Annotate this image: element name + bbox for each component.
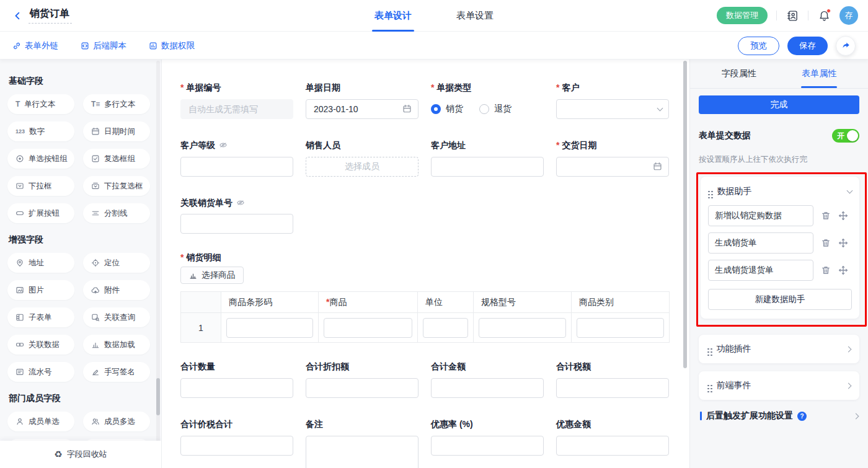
field-total-discount[interactable]: 合计折扣额 — [306, 361, 418, 398]
assistant-item[interactable]: 生成销货退货单 — [708, 260, 813, 281]
external-link-action[interactable]: 表单外链 — [12, 40, 58, 51]
sidebar-item-radio-group[interactable]: 单选按钮组 — [7, 149, 74, 169]
total-tax-input[interactable] — [563, 382, 662, 394]
discount-amount-input[interactable] — [563, 440, 662, 451]
sidebar-item-single-line-text[interactable]: T单行文本 — [7, 94, 74, 114]
assistant-item[interactable]: 新增以销定购数据 — [708, 205, 813, 226]
sidebar-item-image[interactable]: 图片 — [7, 280, 74, 300]
tab-form-properties[interactable]: 表单属性 — [779, 60, 860, 88]
sidebar-item-lookup[interactable]: 关联查询 — [83, 307, 150, 327]
move-icon[interactable] — [838, 265, 848, 275]
trash-icon[interactable] — [821, 238, 831, 248]
frontend-event-card[interactable]: 前端事件 — [699, 371, 859, 400]
spec-cell-input[interactable] — [479, 318, 566, 338]
form-title[interactable]: 销货订单 — [29, 7, 72, 24]
sidebar-item-attachment[interactable]: 附件 — [83, 280, 150, 300]
data-permission-action[interactable]: 数据权限 — [149, 40, 195, 51]
contact-book-icon[interactable] — [786, 9, 799, 22]
field-order-no[interactable]: *单据编号 — [180, 82, 293, 119]
help-icon[interactable]: ? — [797, 412, 807, 421]
drag-handle-icon[interactable] — [707, 385, 709, 387]
back-button[interactable] — [10, 8, 25, 23]
delivery-date-input[interactable] — [563, 161, 653, 172]
field-customer[interactable]: *客户 — [556, 82, 669, 119]
customer-level-input[interactable] — [187, 161, 286, 172]
sidebar-item-signature[interactable]: 手写签名 — [83, 362, 150, 382]
field-customer-address[interactable]: 客户地址 — [431, 140, 544, 177]
field-total-amount[interactable]: 合计金额 — [431, 361, 544, 398]
total-discount-input[interactable] — [312, 382, 412, 394]
field-total-tax[interactable]: 合计税额 — [556, 361, 669, 398]
field-remark[interactable]: 备注 — [306, 419, 418, 468]
sidebar-item-subform[interactable]: 子表单 — [7, 307, 74, 327]
remark-textarea[interactable] — [306, 436, 418, 468]
drag-handle-icon[interactable] — [708, 191, 710, 193]
sidebar-item-checkbox-group[interactable]: 复选框组 — [83, 149, 150, 169]
sidebar-item-dropdown[interactable]: 下拉框 — [7, 176, 74, 196]
sidebar-item-data-load[interactable]: 数据加载 — [83, 335, 150, 355]
tab-field-properties[interactable]: 字段属性 — [699, 60, 779, 88]
post-trigger-settings[interactable]: 后置触发扩展功能设置 ? — [699, 410, 859, 422]
sidebar-item-serial-number[interactable]: 流水号 — [7, 362, 74, 382]
canvas-scrollbar-thumb[interactable] — [683, 61, 687, 368]
unit-cell-input[interactable] — [423, 318, 468, 338]
notification-bell-icon[interactable] — [817, 9, 831, 22]
trash-icon[interactable] — [821, 265, 831, 275]
field-discount-amount[interactable]: 优惠金额 — [556, 419, 669, 468]
radio-option-sale[interactable]: 销货 — [431, 104, 463, 115]
field-recycle-bin[interactable]: ♻ 字段回收站 — [0, 441, 161, 468]
save-button[interactable]: 保存 — [787, 37, 828, 55]
chevron-down-icon[interactable] — [847, 188, 853, 194]
assistant-item[interactable]: 生成销货单 — [708, 232, 813, 254]
sidebar-item-member-single[interactable]: 成员单选 — [7, 412, 74, 431]
sidebar-item-locate[interactable]: 定位 — [83, 253, 150, 273]
select-product-button[interactable]: 选择商品 — [180, 267, 244, 284]
sidebar-item-divider-line[interactable]: 分割线 — [83, 203, 150, 223]
field-customer-level[interactable]: 客户等级 — [180, 140, 293, 177]
radio-option-return[interactable]: 退货 — [479, 104, 512, 115]
sidebar-item-number[interactable]: 123数字 — [7, 121, 74, 141]
field-discount-rate[interactable]: 优惠率 (%) — [431, 419, 544, 468]
barcode-cell-input[interactable] — [226, 318, 313, 338]
sidebar-item-multi-dropdown[interactable]: 下拉复选框 — [83, 176, 150, 196]
discount-rate-input[interactable] — [438, 440, 537, 451]
customer-address-input[interactable] — [438, 161, 537, 172]
total-qty-input[interactable] — [187, 382, 286, 394]
user-avatar[interactable]: 存 — [839, 6, 858, 25]
preview-button[interactable]: 预览 — [738, 37, 779, 55]
member-picker[interactable]: 选择成员 — [306, 157, 418, 177]
sidebar-item-member-multi[interactable]: 成员多选 — [83, 412, 150, 431]
tab-form-settings[interactable]: 表单设置 — [456, 0, 494, 32]
trash-icon[interactable] — [821, 211, 831, 221]
new-data-assistant-button[interactable]: 新建数据助手 — [708, 289, 852, 310]
product-cell-input[interactable] — [324, 318, 412, 338]
order-date-input[interactable] — [312, 104, 402, 115]
sidebar-item-address[interactable]: 地址 — [7, 253, 74, 273]
total-with-tax-input[interactable] — [187, 440, 286, 451]
field-related-order-no[interactable]: 关联销货单号 — [180, 198, 293, 234]
share-button[interactable] — [836, 36, 856, 56]
sidebar-item-linked-data[interactable]: 关联数据 — [7, 335, 74, 355]
data-assistant-header[interactable]: 数据助手 — [708, 184, 852, 199]
field-delivery-date[interactable]: *交货日期 — [556, 140, 669, 177]
field-total-qty[interactable]: 合计数量 — [180, 361, 293, 398]
related-order-no-input[interactable] — [187, 218, 286, 229]
sidebar-item-datetime[interactable]: 日期时间 — [83, 121, 150, 141]
field-order-date[interactable]: 单据日期 — [306, 82, 418, 119]
field-order-type[interactable]: *单据类型 销货 退货 — [431, 82, 544, 119]
submit-data-toggle[interactable]: 开 — [832, 129, 859, 143]
move-icon[interactable] — [838, 211, 848, 221]
move-icon[interactable] — [838, 238, 848, 248]
customer-select[interactable] — [556, 99, 669, 119]
order-no-input[interactable] — [187, 104, 286, 115]
field-total-with-tax[interactable]: 合计价税合计 — [180, 419, 293, 468]
sidebar-scrollbar-thumb[interactable] — [156, 378, 160, 415]
sidebar-item-expand-button[interactable]: 扩展按钮 — [7, 203, 74, 223]
done-button[interactable]: 完成 — [699, 95, 859, 114]
field-sales-person[interactable]: 销售人员 选择成员 — [306, 140, 418, 177]
backend-script-action[interactable]: 后端脚本 — [81, 40, 126, 51]
tab-form-design[interactable]: 表单设计 — [374, 0, 412, 32]
plugin-section-card[interactable]: 功能插件 — [699, 335, 859, 363]
sidebar-item-multi-line-text[interactable]: T≡多行文本 — [83, 94, 150, 114]
drag-handle-icon[interactable] — [707, 348, 709, 350]
